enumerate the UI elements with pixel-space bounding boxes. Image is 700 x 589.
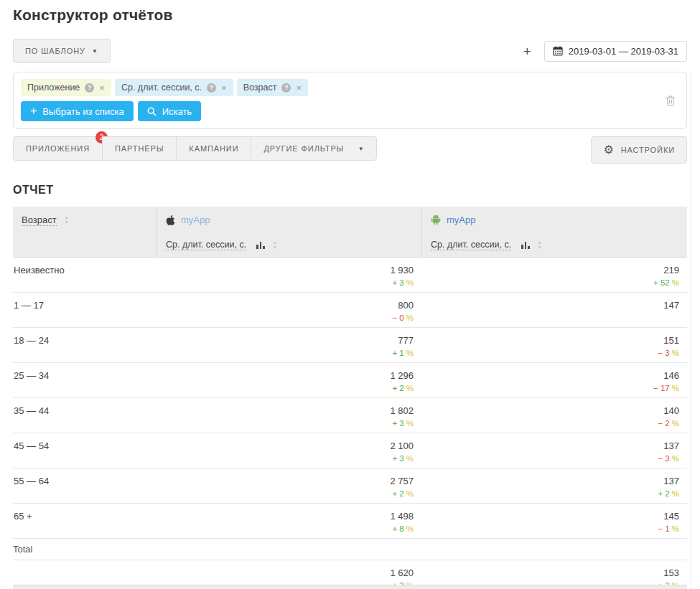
metric-delta: − 0% bbox=[157, 314, 414, 322]
filter-buttons: + Выбрать из списка Искать bbox=[21, 101, 679, 121]
metric-value: 147 bbox=[421, 300, 679, 311]
ios-value-cell: 1 802 + 3% bbox=[157, 398, 421, 433]
help-icon[interactable]: ? bbox=[207, 83, 216, 93]
app-header-android: myApp bbox=[421, 207, 687, 233]
metric-header-label[interactable]: Ср. длит. сессии, с. bbox=[431, 240, 511, 250]
metric-header-label[interactable]: Ср. длит. сессии, с. bbox=[166, 240, 246, 250]
template-dropdown-label: ПО ШАБЛОНУ bbox=[25, 47, 85, 55]
android-value-cell: 145 − 1% bbox=[421, 504, 687, 538]
chevron-down-icon: ▼ bbox=[358, 146, 365, 152]
app-header-ios: myApp bbox=[157, 207, 421, 233]
sort-icon[interactable]: ▲▼ bbox=[273, 241, 277, 250]
table-row: 65 + 1 498 + 8% 145 − 1% bbox=[13, 504, 687, 539]
metric-delta: + 1% bbox=[157, 349, 414, 357]
android-value-cell: 140 − 2% bbox=[421, 398, 687, 433]
metric-value: 1 620 bbox=[157, 567, 414, 578]
bar-chart-icon[interactable] bbox=[256, 242, 265, 249]
bar-chart-icon[interactable] bbox=[521, 242, 530, 249]
calendar-icon bbox=[553, 46, 563, 56]
container-right-border bbox=[691, 70, 691, 589]
date-range-picker[interactable]: 2019-03-01 — 2019-03-31 bbox=[544, 41, 687, 62]
ios-value-cell: 1 296 + 2% bbox=[157, 363, 421, 397]
search-button[interactable]: Искать bbox=[138, 101, 202, 121]
select-from-list-button[interactable]: + Выбрать из списка bbox=[21, 101, 134, 121]
page-title: Конструктор отчётов bbox=[13, 6, 700, 24]
metric-value: 219 bbox=[421, 265, 679, 275]
add-period-icon[interactable]: + bbox=[523, 44, 531, 58]
metric-header-android: Ср. длит. сессии, с. ▲▼ bbox=[421, 233, 687, 257]
table-row: 25 — 34 1 296 + 2% 146 − 17% bbox=[13, 363, 687, 398]
report-table-body: Неизвестно 1 930 + 3% 219 + 52% 1 — 17 8… bbox=[13, 258, 687, 539]
filter-chip-application[interactable]: Приложение ? × bbox=[21, 79, 111, 96]
help-icon[interactable]: ? bbox=[281, 83, 291, 93]
settings-button[interactable]: ⚙ НАСТРОЙКИ bbox=[591, 136, 687, 164]
tab-label: ДРУГИЕ ФИЛЬТРЫ bbox=[263, 144, 344, 153]
sort-icon[interactable]: ▲▼ bbox=[538, 241, 542, 250]
chip-label: Ср. длит. сессии, с. bbox=[121, 83, 202, 93]
filter-chips: Приложение ? × Ср. длит. сессии, с. ? × … bbox=[21, 79, 679, 96]
ios-value-cell: 2 757 + 2% bbox=[157, 468, 421, 503]
metric-delta: + 3% bbox=[157, 454, 414, 463]
metric-value: 800 bbox=[157, 300, 414, 311]
metric-delta: + 2% bbox=[157, 489, 414, 498]
filter-panel: Приложение ? × Ср. длит. сессии, с. ? × … bbox=[13, 72, 687, 129]
sort-icon[interactable]: ▲▼ bbox=[65, 216, 69, 225]
empty-header-cell bbox=[13, 233, 157, 257]
android-value-cell: 146 − 17% bbox=[421, 363, 687, 397]
android-value-cell: 137 + 2% bbox=[421, 468, 687, 503]
metric-value: 2 757 bbox=[157, 476, 414, 486]
tabs-row: ПРИЛОЖЕНИЯ 2 ПАРТНЁРЫ КАМПАНИИ ДРУГИЕ ФИ… bbox=[13, 136, 687, 164]
ios-value-cell: 2 100 + 3% bbox=[157, 433, 421, 468]
toolbar-right: + 2019-03-01 — 2019-03-31 bbox=[523, 41, 687, 62]
ios-value-cell: 800 − 0% bbox=[157, 293, 421, 327]
template-dropdown-button[interactable]: ПО ШАБЛОНУ ▼ bbox=[13, 39, 111, 63]
app-link-android[interactable]: myApp bbox=[447, 215, 475, 225]
android-value-cell: 147 % bbox=[421, 293, 687, 327]
metric-value: 137 bbox=[421, 440, 679, 451]
metric-value: 2 100 bbox=[157, 440, 414, 451]
row-label: 35 — 44 bbox=[13, 398, 157, 433]
metric-value: 146 bbox=[421, 370, 679, 381]
table-row: 18 — 24 777 + 1% 151 − 3% bbox=[13, 328, 687, 363]
toolbar: ПО ШАБЛОНУ ▼ + 2019-03-01 — 2019-03-31 bbox=[13, 39, 687, 63]
metric-value: 145 bbox=[421, 511, 679, 522]
tab-other-filters[interactable]: ДРУГИЕ ФИЛЬТРЫ ▼ bbox=[251, 136, 377, 161]
close-icon[interactable]: × bbox=[296, 83, 302, 93]
android-icon bbox=[431, 215, 441, 225]
metric-delta: + 3% bbox=[157, 419, 414, 428]
report-table-header: Возраст ▲▼ myApp bbox=[13, 207, 687, 258]
table-row: 1 — 17 800 − 0% 147 % bbox=[13, 293, 687, 328]
help-icon[interactable]: ? bbox=[85, 83, 94, 93]
metric-value: 153 bbox=[421, 567, 679, 578]
filter-chip-age[interactable]: Возраст ? × bbox=[237, 79, 308, 96]
metric-delta: − 1% bbox=[421, 524, 679, 533]
metric-delta: + 8% bbox=[157, 524, 414, 533]
metric-value: 137 bbox=[421, 476, 679, 486]
metric-delta: − 17% bbox=[421, 384, 679, 392]
dimension-header-cell: Возраст ▲▼ bbox=[13, 207, 157, 233]
android-value-cell: 137 − 3% bbox=[421, 433, 687, 468]
table-row: 35 — 44 1 802 + 3% 140 − 2% bbox=[13, 398, 687, 433]
app-link-ios[interactable]: myApp bbox=[181, 215, 210, 225]
tab-partners[interactable]: ПАРТНЁРЫ bbox=[102, 136, 177, 161]
gear-icon: ⚙ bbox=[603, 144, 614, 156]
close-icon[interactable]: × bbox=[99, 83, 105, 93]
search-icon bbox=[147, 107, 157, 116]
tab-applications[interactable]: ПРИЛОЖЕНИЯ 2 bbox=[13, 136, 103, 161]
table-row: Неизвестно 1 930 + 3% 219 + 52% bbox=[13, 258, 687, 293]
close-icon[interactable]: × bbox=[221, 83, 227, 93]
tab-label: КАМПАНИИ bbox=[189, 144, 238, 153]
dimension-header-label[interactable]: Возраст bbox=[22, 215, 57, 226]
row-label: 55 — 64 bbox=[13, 468, 157, 503]
settings-label: НАСТРОЙКИ bbox=[621, 146, 675, 154]
chip-label: Возраст bbox=[243, 83, 277, 93]
trash-icon[interactable] bbox=[666, 95, 676, 106]
filter-chip-session-length[interactable]: Ср. длит. сессии, с. ? × bbox=[115, 79, 233, 96]
tab-campaigns[interactable]: КАМПАНИИ bbox=[176, 136, 251, 161]
next-section-strip bbox=[13, 585, 687, 589]
metric-value: 1 930 bbox=[157, 265, 414, 275]
plus-icon: + bbox=[30, 105, 37, 117]
metric-delta: − 3% bbox=[421, 454, 679, 463]
metric-delta: + 2% bbox=[421, 489, 679, 498]
apple-icon bbox=[166, 215, 175, 226]
